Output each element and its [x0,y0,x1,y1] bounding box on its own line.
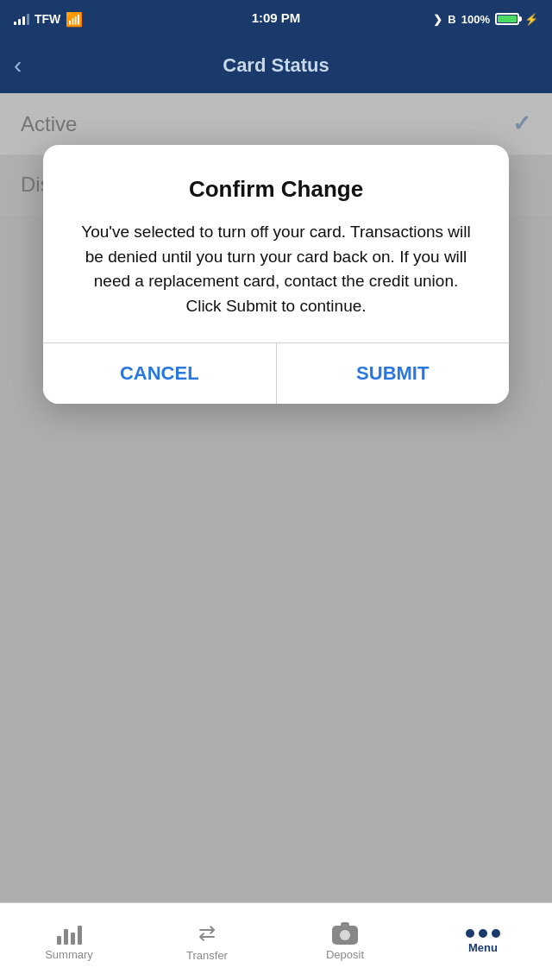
chart-icon [57,922,82,945]
carrier-label: TFW [34,12,60,26]
dialog-overlay: Confirm Change You've selected to turn o… [0,93,552,902]
submit-button[interactable]: SUBMIT [277,343,510,404]
status-bar-time: 1:09 PM [252,10,301,25]
tab-transfer-label: Transfer [186,949,228,962]
tab-deposit-label: Deposit [326,948,364,961]
tab-summary[interactable]: Summary [26,922,112,961]
camera-icon [332,922,358,945]
tab-summary-label: Summary [45,948,93,961]
dialog-actions: CANCEL SUBMIT [43,342,509,404]
menu-dots-icon [466,929,500,938]
dialog-title: Confirm Change [74,176,478,203]
dialog-body: Confirm Change You've selected to turn o… [43,145,509,342]
confirm-dialog: Confirm Change You've selected to turn o… [43,145,509,404]
tab-bar: Summary ⇄ Transfer Deposit Menu [0,902,552,980]
dialog-message: You've selected to turn off your card. T… [74,220,478,318]
cancel-button[interactable]: CANCEL [43,343,277,404]
signal-icon [14,13,29,25]
battery-icon [495,13,519,25]
wifi-icon: 📶 [66,11,83,28]
back-button[interactable]: ‹ [14,53,22,78]
tab-menu[interactable]: Menu [440,929,526,954]
status-bar-left: TFW 📶 [14,11,83,28]
page-title: Card Status [223,54,329,77]
status-bar: TFW 📶 1:09 PM ❯ B 100% ⚡ [0,0,552,38]
charging-icon: ⚡ [524,13,538,26]
tab-transfer[interactable]: ⇄ Transfer [164,921,250,962]
battery-percent: 100% [461,13,490,26]
content-area: Active ✓ Disabled Confirm Change You've … [0,93,552,902]
bluetooth-icon: B [448,13,455,26]
location-icon: ❯ [433,13,442,26]
status-bar-right: ❯ B 100% ⚡ [433,13,538,26]
tab-deposit[interactable]: Deposit [302,922,388,961]
transfer-icon: ⇄ [198,921,216,945]
tab-menu-label: Menu [468,941,498,954]
nav-header: ‹ Card Status [0,38,552,93]
